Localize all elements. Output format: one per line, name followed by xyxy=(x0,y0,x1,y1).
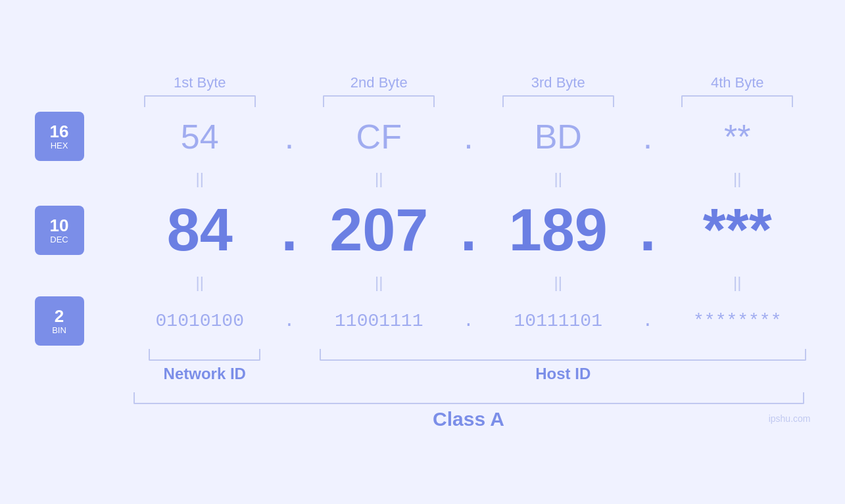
eq-1: || xyxy=(120,170,280,188)
bin-b3-cell: 10111101 xyxy=(479,311,639,331)
full-grid: 16 HEX 54 . CF . BD . ** || || xyxy=(120,107,817,430)
dec-dot-3: . xyxy=(638,196,658,264)
bracket-bottom-host xyxy=(320,349,806,361)
eq-4: || xyxy=(658,170,817,188)
hex-b3: BD xyxy=(535,117,582,156)
hex-badge: 16 HEX xyxy=(35,112,84,161)
eq-row-dec-bin: || || || || xyxy=(120,270,817,295)
dec-dot-2: . xyxy=(459,196,479,264)
byte-col-4: 4th Byte xyxy=(658,74,817,107)
hex-dot-1: . xyxy=(279,117,299,156)
dec-dot-1: . xyxy=(279,196,299,264)
dec-b3-cell: 189 xyxy=(479,196,639,264)
main-container: 1st Byte 2nd Byte 3rd Byte 4th Byte 16 H… xyxy=(28,74,817,430)
bracket-top-3 xyxy=(502,95,614,107)
dec-row: 10 DEC 84 . 207 . 189 . *** xyxy=(120,191,817,270)
bin-b2: 11001111 xyxy=(335,311,423,331)
hex-badge-wrapper: 16 HEX xyxy=(35,112,84,161)
bin-b3: 10111101 xyxy=(514,311,602,331)
hex-row: 16 HEX 54 . CF . BD . ** xyxy=(120,107,817,166)
bin-b4: ******** xyxy=(693,311,781,331)
byte-col-3: 3rd Byte xyxy=(479,74,639,107)
eq-8: || xyxy=(658,273,817,292)
hex-dot-3: . xyxy=(638,117,658,156)
dec-b3: 189 xyxy=(509,196,608,264)
bin-badge-wrapper: 2 BIN xyxy=(35,296,84,346)
byte-labels-row: 1st Byte 2nd Byte 3rd Byte 4th Byte xyxy=(120,74,817,107)
network-id-label: Network ID xyxy=(164,365,246,383)
dec-badge-wrapper: 10 DEC xyxy=(35,206,84,255)
bin-b1: 01010100 xyxy=(156,311,244,331)
hex-b1: 54 xyxy=(181,117,219,156)
byte-label-2: 2nd Byte xyxy=(350,74,408,91)
bin-badge: 2 BIN xyxy=(35,296,84,346)
hex-b2: CF xyxy=(356,117,402,156)
host-id-label: Host ID xyxy=(535,365,591,383)
bin-dot-2: . xyxy=(459,311,479,331)
bracket-top-4 xyxy=(681,95,793,107)
eq-6: || xyxy=(299,273,459,292)
byte-label-4: 4th Byte xyxy=(711,74,764,91)
hex-b2-cell: CF xyxy=(299,117,459,156)
dec-b4-cell: *** xyxy=(658,196,817,264)
eq-row-hex-dec: || || || || xyxy=(120,166,817,191)
class-row: Class A xyxy=(120,392,817,430)
hex-b4: ** xyxy=(724,117,750,156)
bin-b4-cell: ******** xyxy=(658,311,817,331)
hex-b1-cell: 54 xyxy=(120,117,280,156)
network-id-section: Network ID xyxy=(120,349,290,383)
byte-col-2: 2nd Byte xyxy=(299,74,459,107)
bin-b1-cell: 01010100 xyxy=(120,311,280,331)
eq-7: || xyxy=(479,273,639,292)
bracket-bottom-net xyxy=(149,349,260,361)
byte-col-1: 1st Byte xyxy=(120,74,280,107)
bin-dot-1: . xyxy=(279,311,299,331)
hex-dot-2: . xyxy=(459,117,479,156)
bracket-top-2 xyxy=(323,95,435,107)
eq-3: || xyxy=(479,170,639,188)
eq-2: || xyxy=(299,170,459,188)
bracket-class xyxy=(133,392,804,404)
dec-b2-cell: 207 xyxy=(299,196,459,264)
dec-b2: 207 xyxy=(329,196,428,264)
byte-label-1: 1st Byte xyxy=(174,74,226,91)
dec-badge: 10 DEC xyxy=(35,206,84,255)
bin-dot-3: . xyxy=(638,311,658,331)
hex-b3-cell: BD xyxy=(479,117,639,156)
bin-row: 2 BIN 01010100 . 11001111 . 10111101 . *… xyxy=(120,295,817,348)
eq-5: || xyxy=(120,273,280,292)
byte-label-3: 3rd Byte xyxy=(531,74,585,91)
bottom-labels-row: Network ID Host ID xyxy=(120,349,817,383)
bin-b2-cell: 11001111 xyxy=(299,311,459,331)
class-label: Class A xyxy=(433,408,504,430)
bracket-top-1 xyxy=(144,95,256,107)
host-id-section: Host ID xyxy=(309,349,817,383)
dec-b1-cell: 84 xyxy=(120,196,280,264)
dec-b1: 84 xyxy=(167,196,233,264)
hex-b4-cell: ** xyxy=(658,117,817,156)
watermark: ipshu.com xyxy=(769,413,811,424)
dec-b4: *** xyxy=(703,196,772,264)
